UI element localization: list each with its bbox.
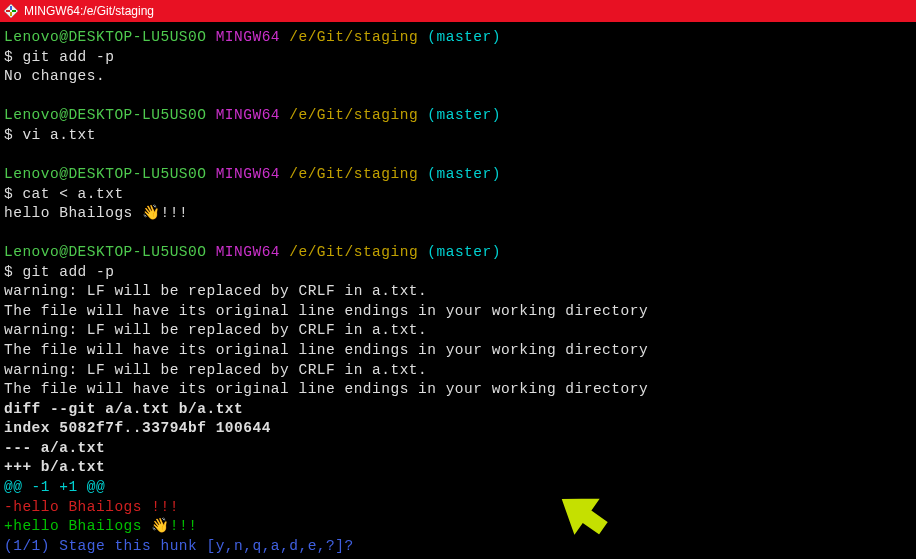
window-title: MINGW64:/e/Git/staging <box>24 4 154 18</box>
prompt-path: /e/Git/staging <box>289 244 418 260</box>
warning-line: The file will have its original line end… <box>4 341 912 361</box>
warning-line: warning: LF will be replaced by CRLF in … <box>4 361 912 381</box>
prompt-mingw: MINGW64 <box>216 244 280 260</box>
command-line: $ vi a.txt <box>4 126 912 146</box>
diff-index: index 5082f7f..33794bf 100644 <box>4 419 912 439</box>
svg-rect-3 <box>10 6 12 10</box>
prompt-line: Lenovo@DESKTOP-LU5US0O MINGW64 /e/Git/st… <box>4 165 912 185</box>
command-line: $ git add -p <box>4 263 912 283</box>
git-bash-icon <box>4 4 18 18</box>
terminal-output[interactable]: Lenovo@DESKTOP-LU5US0O MINGW64 /e/Git/st… <box>0 22 916 559</box>
window-titlebar: MINGW64:/e/Git/staging <box>0 0 916 22</box>
prompt-user: Lenovo@DESKTOP-LU5US0O <box>4 29 206 45</box>
prompt-user: Lenovo@DESKTOP-LU5US0O <box>4 107 206 123</box>
prompt-user: Lenovo@DESKTOP-LU5US0O <box>4 166 206 182</box>
warning-line: warning: LF will be replaced by CRLF in … <box>4 282 912 302</box>
prompt-branch: (master) <box>427 166 501 182</box>
prompt-path: /e/Git/staging <box>289 166 418 182</box>
command-line: $ git add -p <box>4 48 912 68</box>
prompt-mingw: MINGW64 <box>216 29 280 45</box>
diff-hunk-header: @@ -1 +1 @@ <box>4 478 912 498</box>
svg-rect-2 <box>12 10 16 12</box>
prompt-branch: (master) <box>427 107 501 123</box>
command-line: $ cat < a.txt <box>4 185 912 205</box>
svg-rect-4 <box>10 12 12 16</box>
diff-plus-file: +++ b/a.txt <box>4 458 912 478</box>
diff-header: diff --git a/a.txt b/a.txt <box>4 400 912 420</box>
output-line: No changes. <box>4 67 912 87</box>
warning-line: The file will have its original line end… <box>4 380 912 400</box>
prompt-user: Lenovo@DESKTOP-LU5US0O <box>4 244 206 260</box>
prompt-path: /e/Git/staging <box>289 107 418 123</box>
prompt-path: /e/Git/staging <box>289 29 418 45</box>
output-line: hello Bhailogs 👋!!! <box>4 204 912 224</box>
prompt-mingw: MINGW64 <box>216 107 280 123</box>
warning-line: The file will have its original line end… <box>4 302 912 322</box>
stage-hunk-prompt[interactable]: (1/1) Stage this hunk [y,n,q,a,d,e,?]? <box>4 537 912 557</box>
diff-removed-line: -hello Bhailogs !!! <box>4 498 912 518</box>
prompt-mingw: MINGW64 <box>216 166 280 182</box>
warning-line: warning: LF will be replaced by CRLF in … <box>4 321 912 341</box>
prompt-line: Lenovo@DESKTOP-LU5US0O MINGW64 /e/Git/st… <box>4 106 912 126</box>
svg-rect-1 <box>6 10 10 12</box>
prompt-line: Lenovo@DESKTOP-LU5US0O MINGW64 /e/Git/st… <box>4 243 912 263</box>
prompt-line: Lenovo@DESKTOP-LU5US0O MINGW64 /e/Git/st… <box>4 28 912 48</box>
diff-minus-file: --- a/a.txt <box>4 439 912 459</box>
prompt-branch: (master) <box>427 244 501 260</box>
diff-added-line: +hello Bhailogs 👋!!! <box>4 517 912 537</box>
prompt-branch: (master) <box>427 29 501 45</box>
